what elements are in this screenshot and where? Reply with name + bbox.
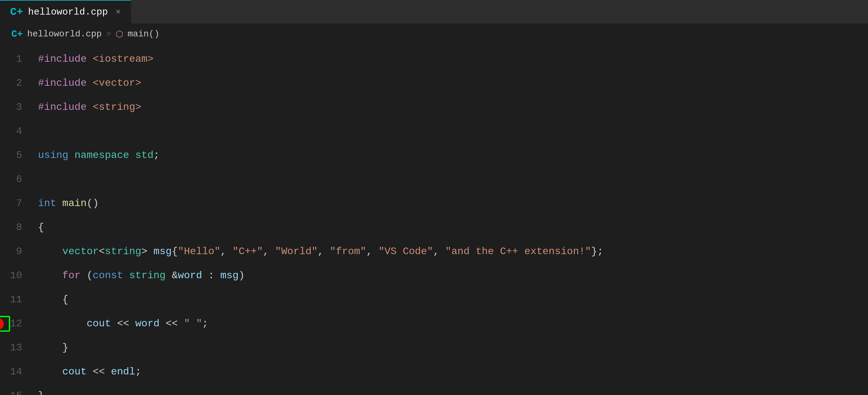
var-word: word — [178, 264, 202, 288]
line-num-11: 11 — [0, 288, 29, 312]
line-num-6: 6 — [0, 168, 29, 191]
breadcrumb-file[interactable]: helloworld.cpp — [27, 29, 102, 39]
code-line-6 — [35, 168, 868, 191]
tab-close-button[interactable]: × — [116, 7, 121, 17]
code-line-9: vector<string> msg{"Hello", "C++", "Worl… — [35, 240, 868, 264]
kw-cout-1: cout — [87, 312, 111, 336]
code-line-5: using namespace std; — [35, 143, 868, 168]
kw-std: std — [135, 143, 154, 168]
code-line-4 — [35, 119, 868, 143]
var-word-ref: word — [135, 312, 159, 336]
breakpoint-border — [0, 316, 10, 332]
code-line-8: { — [35, 216, 868, 240]
hash-1: #include — [38, 47, 87, 71]
code-line-10: for (const string &word : msg) — [35, 264, 868, 288]
tab-filename: helloworld.cpp — [28, 7, 108, 18]
header-1: <iostream> — [93, 47, 154, 71]
hash-3: #include — [38, 95, 87, 119]
kw-int: int — [38, 191, 56, 216]
hash-2: #include — [38, 71, 87, 95]
kw-cout-2: cout — [62, 360, 87, 384]
code-line-15: } — [35, 384, 868, 395]
var-msg-ref: msg — [220, 264, 239, 288]
kw-using: using — [38, 143, 68, 168]
breakpoint-dot — [0, 318, 4, 330]
line-num-2: 2 — [0, 71, 29, 95]
line-num-1: 1 — [0, 47, 29, 71]
header-2: <vector> — [93, 71, 142, 95]
code-line-13: } — [35, 336, 868, 360]
line-num-3: 3 — [0, 95, 29, 119]
kw-namespace: namespace — [74, 143, 129, 168]
line-num-4: 4 — [0, 119, 29, 143]
editor-container: C+ helloworld.cpp × C+ helloworld.cpp > … — [0, 0, 868, 395]
kw-vector: vector — [62, 240, 99, 264]
line-num-15: 15 — [0, 384, 29, 395]
breadcrumb-bar: C+ helloworld.cpp > ⬡ main() — [0, 24, 868, 44]
kw-for: for — [62, 264, 81, 288]
line-num-13: 13 — [0, 336, 29, 360]
breadcrumb-separator: > — [106, 29, 111, 39]
breadcrumb-func-icon: ⬡ — [116, 29, 123, 39]
code-line-11: { — [35, 288, 868, 312]
tab-bar: C+ helloworld.cpp × — [0, 0, 868, 24]
code-area: 1 2 3 4 5 6 7 8 9 10 11 12 13 14 15 #in — [0, 44, 868, 395]
line-num-8: 8 — [0, 216, 29, 240]
var-msg: msg — [154, 240, 172, 264]
header-3: <string> — [93, 95, 142, 119]
line-num-12[interactable]: 12 — [0, 312, 29, 336]
line-num-9: 9 — [0, 240, 29, 264]
line-num-5: 5 — [0, 143, 29, 168]
breadcrumb-func-name[interactable]: main() — [128, 29, 159, 39]
line-num-14: 14 — [0, 360, 29, 384]
breadcrumb-cpp-icon: C+ — [11, 29, 23, 39]
kw-string-for: string — [129, 264, 165, 288]
line-num-10: 10 — [0, 264, 29, 288]
code-line-3: #include <string> — [35, 95, 868, 119]
kw-main: main — [62, 191, 87, 216]
code-content[interactable]: #include <iostream> #include <vector> #i… — [35, 44, 868, 395]
code-line-7: int main() — [35, 191, 868, 216]
code-line-2: #include <vector> — [35, 71, 868, 95]
kw-string-type: string — [105, 240, 141, 264]
cpp-tab-icon: C+ — [10, 6, 23, 18]
line-num-7: 7 — [0, 191, 29, 216]
kw-const: const — [93, 264, 123, 288]
active-tab[interactable]: C+ helloworld.cpp × — [0, 0, 131, 24]
kw-endl: endl — [111, 360, 135, 384]
line-numbers: 1 2 3 4 5 6 7 8 9 10 11 12 13 14 15 — [0, 44, 35, 395]
code-line-12: cout << word << " "; — [35, 312, 868, 336]
code-line-14: cout << endl; — [35, 360, 868, 384]
code-line-1: #include <iostream> — [35, 47, 868, 71]
